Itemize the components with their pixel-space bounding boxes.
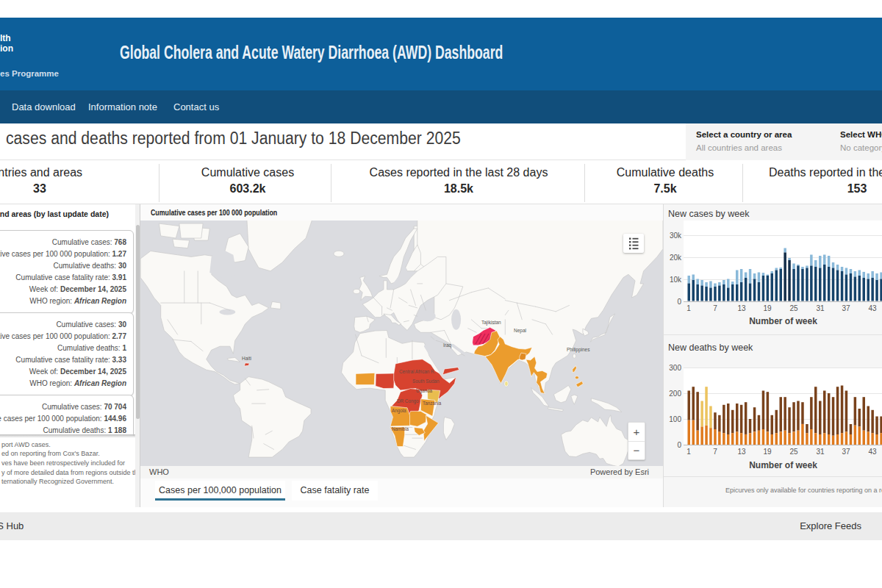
svg-text:Angola: Angola [392,408,406,414]
svg-text:Nepal: Nepal [514,328,527,334]
svg-text:Tanzania: Tanzania [423,401,442,406]
svg-text:DR Congo: DR Congo [397,398,419,404]
svg-text:Iraq: Iraq [443,343,452,348]
svg-text:Central African R.: Central African R. [399,369,436,374]
svg-text:Philippines: Philippines [567,347,590,353]
svg-text:Tajikistan: Tajikistan [481,320,501,326]
svg-text:Namibia: Namibia [392,426,409,431]
svg-text:Uganda: Uganda [416,388,433,394]
svg-text:South Sudan: South Sudan [412,379,440,384]
svg-text:Haiti: Haiti [242,356,251,361]
